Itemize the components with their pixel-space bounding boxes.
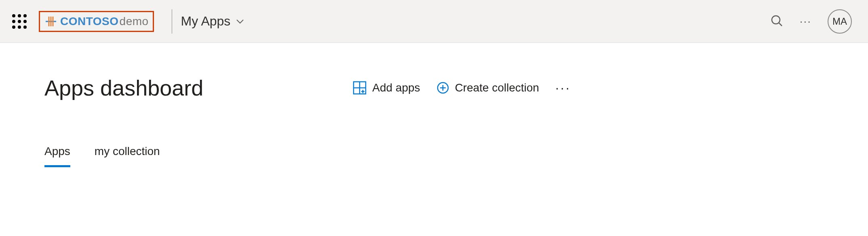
- svg-point-0: [772, 16, 780, 24]
- waffle-icon[interactable]: [12, 14, 27, 29]
- add-apps-icon: [353, 81, 367, 95]
- plus-circle-icon: [436, 81, 449, 94]
- main-content: Apps dashboard Add apps Create collectio…: [0, 43, 647, 167]
- search-button[interactable]: [770, 14, 784, 29]
- more-horizontal-icon: ···: [800, 15, 811, 28]
- tab-label: my collection: [95, 145, 160, 157]
- brand-text: CONTOSOdemo: [60, 15, 149, 28]
- brand-sub: demo: [120, 15, 149, 28]
- more-horizontal-icon: ···: [555, 81, 571, 95]
- app-switcher[interactable]: My Apps: [181, 14, 245, 29]
- brand-main: CONTOSO: [60, 15, 119, 28]
- page-title: Apps dashboard: [44, 75, 203, 100]
- top-header: CONTOSOdemo My Apps ··· MA: [0, 0, 868, 43]
- add-apps-button[interactable]: Add apps: [353, 81, 420, 95]
- create-collection-label: Create collection: [455, 81, 539, 94]
- search-icon: [770, 14, 784, 29]
- header-more-button[interactable]: ···: [800, 15, 811, 28]
- avatar-initials: MA: [832, 16, 847, 27]
- app-switcher-label: My Apps: [181, 14, 231, 29]
- tab-apps[interactable]: Apps: [44, 145, 70, 167]
- contoso-logo-icon: [44, 15, 58, 28]
- brand-logo-box[interactable]: CONTOSOdemo: [39, 11, 154, 32]
- tabs: Apps my collection: [44, 145, 602, 167]
- tab-my-collection[interactable]: my collection: [95, 145, 160, 167]
- avatar[interactable]: MA: [828, 9, 852, 34]
- add-apps-label: Add apps: [372, 81, 420, 94]
- tab-label: Apps: [44, 145, 70, 157]
- chevron-down-icon: [235, 17, 245, 26]
- vertical-divider: [172, 9, 172, 34]
- create-collection-button[interactable]: Create collection: [436, 81, 539, 94]
- page-more-button[interactable]: ···: [555, 81, 571, 96]
- title-row: Apps dashboard Add apps Create collectio…: [44, 75, 602, 100]
